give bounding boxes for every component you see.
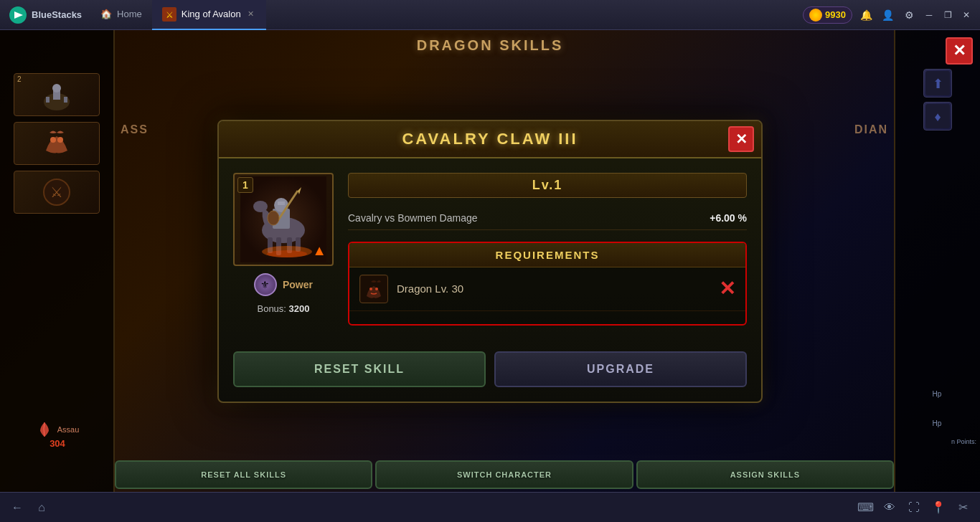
dragon-icon bbox=[361, 276, 387, 302]
level-header: Lv.1 bbox=[348, 173, 747, 198]
skill-arrow-icon: ▲ bbox=[312, 242, 326, 259]
requirements-title: REQUIREMENTS bbox=[349, 243, 745, 267]
modal-left-col: 1 bbox=[233, 173, 334, 326]
req-dragon-icon bbox=[359, 275, 388, 303]
req-label: Dragon Lv. 30 bbox=[397, 283, 710, 295]
svg-point-31 bbox=[267, 250, 307, 257]
stat-row: Cavalry vs Bowmen Damage +6.00 % bbox=[348, 207, 747, 230]
stat-value: +6.00 % bbox=[710, 212, 747, 224]
eye-icon[interactable]: 👁 bbox=[881, 499, 898, 516]
home-icon: 🏠 bbox=[100, 9, 112, 19]
minimize-button[interactable]: ─ bbox=[923, 9, 936, 22]
coin-balance: 9930 bbox=[803, 6, 852, 24]
modal-right-col: Lv.1 Cavalry vs Bowmen Damage +6.00 % RE… bbox=[348, 173, 747, 326]
modal-body: 1 bbox=[219, 158, 761, 340]
bonus-value: 3200 bbox=[289, 303, 310, 314]
svg-point-23 bbox=[253, 201, 268, 212]
bonus-row: Bonus: 3200 bbox=[257, 303, 309, 314]
location-icon[interactable]: 📍 bbox=[930, 499, 947, 516]
reset-skill-button[interactable]: RESET SKILL bbox=[233, 351, 486, 387]
modal-title: CAVALRY CLAW III bbox=[233, 130, 747, 148]
game-tab[interactable]: ⚔ King of Avalon ✕ bbox=[152, 0, 266, 30]
power-label: Power bbox=[283, 279, 313, 290]
svg-point-29 bbox=[268, 211, 279, 225]
game-tab-icon: ⚔ bbox=[162, 7, 176, 22]
requirements-box: REQUIREMENTS bbox=[348, 242, 747, 326]
notification-bell[interactable]: 🔔 bbox=[858, 7, 874, 23]
game-tab-close[interactable]: ✕ bbox=[246, 9, 256, 19]
titlebar: BlueStacks 🏠 Home ⚔ King of Avalon ✕ 993… bbox=[0, 0, 980, 30]
bluestacks-icon bbox=[9, 6, 27, 24]
skill-image-container: 1 bbox=[233, 173, 334, 266]
stat-label: Cavalry vs Bowmen Damage bbox=[348, 212, 710, 224]
user-profile-icon[interactable]: 👤 bbox=[880, 7, 895, 23]
game-background: DRAGON SKILLS 2 bbox=[0, 30, 980, 492]
modal-close-button[interactable]: ✕ bbox=[728, 126, 754, 152]
modal-overlay: CAVALRY CLAW III ✕ 1 bbox=[0, 30, 980, 492]
coin-icon bbox=[809, 9, 822, 22]
upgrade-button[interactable]: UPGRADE bbox=[494, 351, 747, 387]
restore-button[interactable]: ❐ bbox=[941, 9, 954, 22]
settings-icon[interactable]: ⚙ bbox=[901, 7, 917, 23]
bluestacks-logo: BlueStacks bbox=[0, 6, 90, 24]
svg-text:⚔: ⚔ bbox=[165, 10, 173, 20]
home-tab-label: Home bbox=[117, 9, 142, 19]
svg-point-34 bbox=[375, 288, 378, 290]
home-bottom-icon[interactable]: ⌂ bbox=[33, 499, 50, 516]
back-icon[interactable]: ← bbox=[9, 499, 26, 516]
svg-rect-26 bbox=[278, 201, 285, 205]
svg-point-33 bbox=[369, 288, 372, 290]
app-name: BlueStacks bbox=[32, 9, 82, 20]
skill-image: 1 bbox=[233, 173, 334, 266]
req-spacer bbox=[349, 311, 745, 324]
bonus-label: Bonus: bbox=[257, 303, 286, 314]
power-icon: ⚜ bbox=[254, 273, 277, 296]
req-status-icon: ✕ bbox=[719, 279, 735, 299]
home-tab[interactable]: 🏠 Home bbox=[90, 0, 152, 30]
keyboard-icon[interactable]: ⌨ bbox=[857, 499, 874, 516]
modal-header: CAVALRY CLAW III ✕ bbox=[219, 121, 761, 158]
modal-actions: RESET SKILL UPGRADE bbox=[219, 340, 761, 402]
coin-amount: 9930 bbox=[825, 9, 846, 20]
tools-icon[interactable]: ✂ bbox=[954, 499, 971, 516]
titlebar-controls: 9930 🔔 👤 ⚙ ─ ❐ ✕ bbox=[796, 6, 980, 24]
skill-detail-modal: CAVALRY CLAW III ✕ 1 bbox=[217, 120, 763, 403]
fullscreen-icon[interactable]: ⛶ bbox=[905, 499, 923, 516]
game-tab-label: King of Avalon bbox=[182, 9, 241, 19]
power-row: ⚜ Power bbox=[254, 273, 313, 296]
skill-level-badge: 1 bbox=[237, 177, 253, 193]
window-close-button[interactable]: ✕ bbox=[960, 9, 973, 22]
bluestacks-bottom-bar: ← ⌂ ⌨ 👁 ⛶ 📍 ✂ bbox=[0, 492, 980, 522]
requirement-row: Dragon Lv. 30 ✕ bbox=[349, 267, 745, 311]
